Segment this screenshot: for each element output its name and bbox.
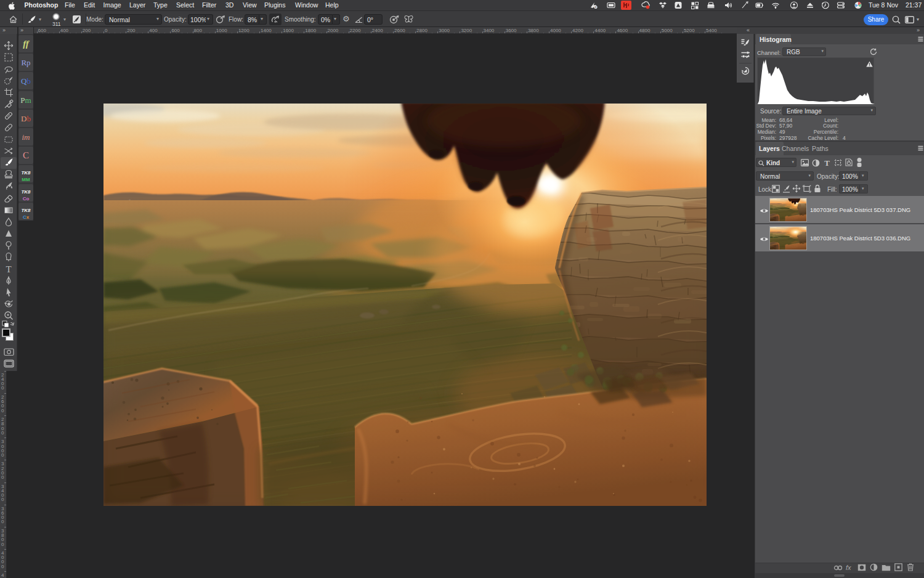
- svg-text:T: T: [824, 158, 830, 166]
- svg-text:T: T: [6, 264, 11, 274]
